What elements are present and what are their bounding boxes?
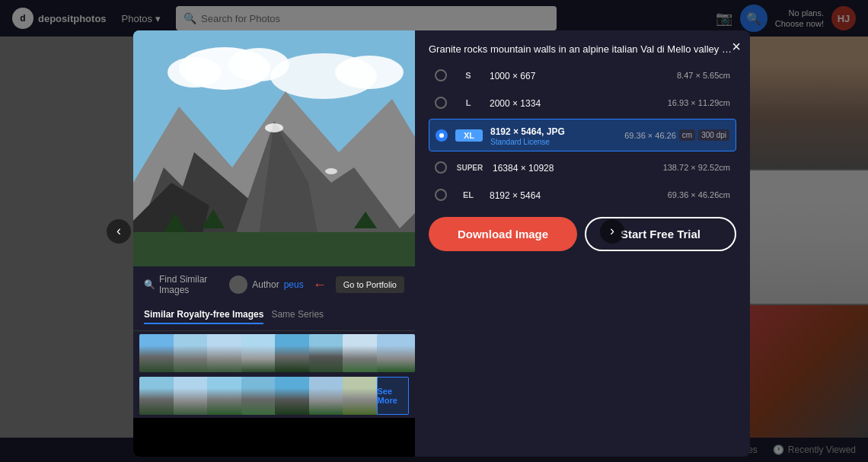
radio-xl[interactable]	[436, 129, 448, 142]
thumbnail-1[interactable]	[139, 334, 177, 372]
size-label-el: EL	[455, 190, 482, 199]
size-label-xl: XL	[455, 129, 483, 142]
size-option-el[interactable]: EL 8192 × 5464 69.36 × 46.26cm	[429, 183, 736, 206]
size-physical-s: 8.47 × 5.65cm	[677, 71, 730, 80]
action-buttons: Download Image Start Free Trial	[429, 217, 736, 251]
find-similar-button[interactable]: 🔍 Find Similar Images	[144, 274, 220, 295]
size-physical-xl: 69.36 × 46.26 cm 300 dpi	[624, 129, 729, 141]
svg-point-17	[325, 168, 337, 174]
modal-close-button[interactable]: ×	[732, 38, 741, 56]
image-bottom-bar: 🔍 Find Similar Images Author peus ← Go t…	[133, 266, 415, 303]
size-dims-s: 1000 × 667	[490, 69, 535, 82]
svg-rect-12	[133, 232, 415, 266]
size-option-xl[interactable]: XL 8192 × 5464, JPG Standard License 69.…	[429, 119, 736, 151]
thumbnail-14[interactable]	[309, 377, 347, 415]
svg-point-2	[168, 57, 221, 88]
size-dims-l: 2000 × 1334	[490, 96, 541, 110]
thumbnail-5[interactable]	[275, 334, 313, 372]
thumbnail-2[interactable]	[174, 334, 212, 372]
size-option-l[interactable]: L 2000 × 1334 16.93 × 11.29cm	[429, 91, 736, 114]
search-icon: 🔍	[144, 279, 155, 290]
download-image-button[interactable]: Download Image	[429, 217, 577, 251]
image-detail-modal: ×	[133, 30, 750, 457]
modal-content: 🔍 Find Similar Images Author peus ← Go t…	[133, 30, 750, 457]
dpi-badge: 300 dpi	[698, 129, 729, 141]
modal-options-panel: Granite rocks mountain walls in an alpin…	[415, 30, 750, 457]
thumbnail-9[interactable]	[139, 377, 177, 415]
thumbnail-8[interactable]	[377, 334, 415, 372]
size-label-s: S	[455, 71, 482, 80]
author-avatar	[229, 276, 247, 294]
size-label-l: L	[455, 98, 482, 107]
thumbnail-7[interactable]	[343, 334, 381, 372]
size-dims-super: 16384 × 10928	[493, 161, 554, 174]
portfolio-tooltip: Go to Portfolio	[336, 276, 404, 293]
modal-image-title: Granite rocks mountain walls in an alpin…	[429, 43, 736, 56]
thumbnail-6[interactable]	[309, 334, 347, 372]
svg-point-5	[335, 56, 404, 89]
thumbnail-15[interactable]	[343, 377, 381, 415]
similar-tabs: Similar Royalty-free Images Same Series	[133, 303, 415, 331]
see-more-button[interactable]: See More	[377, 377, 410, 415]
arrow-indicator-icon: ←	[313, 277, 327, 293]
find-similar-label: Find Similar Images	[159, 274, 220, 295]
unit-badge: cm	[679, 129, 695, 141]
svg-point-16	[265, 123, 283, 132]
radio-super[interactable]	[435, 161, 447, 174]
thumbnail-4[interactable]	[241, 334, 279, 372]
thumbnail-3[interactable]	[207, 334, 245, 372]
thumbnail-12[interactable]	[241, 377, 279, 415]
nav-prev-button[interactable]: ‹	[107, 219, 131, 244]
standard-license-label: Standard License	[490, 138, 617, 146]
radio-l[interactable]	[435, 97, 447, 109]
size-dims-el: 8192 × 5464	[490, 188, 541, 202]
author-link[interactable]: peus	[284, 279, 304, 290]
thumbnail-11[interactable]	[207, 377, 245, 415]
size-option-super[interactable]: SUPER 16384 × 10928 138.72 × 92.52cm	[429, 156, 736, 179]
nav-next-button[interactable]: ›	[600, 219, 624, 244]
size-physical-l: 16.93 × 11.29cm	[668, 98, 730, 107]
radio-el[interactable]	[435, 189, 447, 201]
size-dims-xl: 8192 × 5464, JPG Standard License	[490, 124, 617, 146]
size-options: S 1000 × 667 8.47 × 5.65cm L 2000 × 1334…	[429, 64, 736, 206]
radio-s[interactable]	[435, 69, 447, 81]
author-label: Author	[252, 279, 279, 290]
size-option-s[interactable]: S 1000 × 667 8.47 × 5.65cm	[429, 64, 736, 87]
size-physical-super: 138.72 × 92.52cm	[663, 163, 730, 172]
size-physical-el: 69.36 × 46.26cm	[668, 190, 730, 199]
thumbnail-10[interactable]	[174, 377, 212, 415]
modal-image-panel: 🔍 Find Similar Images Author peus ← Go t…	[133, 30, 415, 457]
main-image	[133, 30, 415, 266]
author-info: Author peus	[229, 276, 303, 294]
tab-same-series[interactable]: Same Series	[271, 309, 324, 324]
size-label-super: SUPER	[455, 164, 485, 172]
thumbnail-13[interactable]	[275, 377, 313, 415]
radio-dot-xl	[439, 133, 444, 138]
tab-similar-royaltyfree[interactable]: Similar Royalty-free Images	[144, 309, 263, 324]
